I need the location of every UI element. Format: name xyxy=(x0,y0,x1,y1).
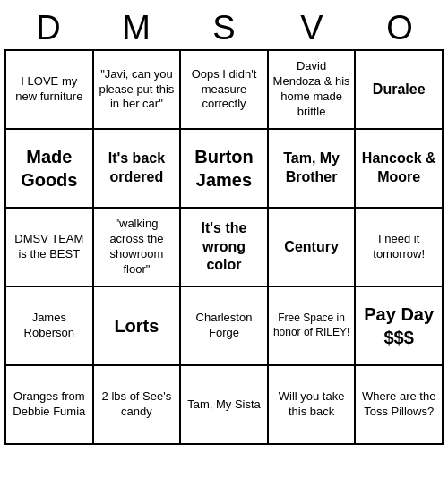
bingo-cell: 2 lbs of See's candy xyxy=(94,366,182,445)
cell-text: Oops I didn't measure correctly xyxy=(185,67,263,113)
cell-text: Free Space in honor of RILEY! xyxy=(272,312,351,339)
bingo-cell: Tam, My Sista xyxy=(181,366,269,445)
bingo-cell: "walking across the showroom floor" xyxy=(94,209,182,287)
header-letter: M xyxy=(92,7,180,49)
cell-text: I need it tomorrow! xyxy=(359,232,438,262)
bingo-cell: DMSV TEAM is the BEST xyxy=(6,209,94,287)
cell-text: Hancock & Moore xyxy=(359,150,438,187)
cell-text: DMSV TEAM is the BEST xyxy=(10,232,89,262)
bingo-cell: Where are the Toss Pillows? xyxy=(356,366,444,445)
cell-text: "Javi, can you please put this in her ca… xyxy=(98,67,177,113)
bingo-cell: It's back ordered xyxy=(94,130,182,209)
header-letter: O xyxy=(356,7,444,49)
bingo-grid: I LOVE my new furniture"Javi, can you pl… xyxy=(4,49,444,445)
cell-text: I LOVE my new furniture xyxy=(10,74,89,105)
cell-text: Will you take this back xyxy=(272,389,351,420)
header-letter: V xyxy=(268,7,356,49)
bingo-cell: "Javi, can you please put this in her ca… xyxy=(94,51,182,130)
cell-text: Oranges from Debbie Fumia xyxy=(10,389,89,420)
bingo-cell: Duralee xyxy=(356,51,444,130)
bingo-cell: Oops I didn't measure correctly xyxy=(181,51,269,130)
cell-text: It's back ordered xyxy=(98,150,177,187)
header-row: DMSVO xyxy=(4,7,444,49)
cell-text: Pay Day $$$ xyxy=(359,303,438,349)
bingo-card: DMSVO I LOVE my new furniture"Javi, can … xyxy=(4,7,444,445)
cell-text: Charleston Forge xyxy=(185,311,263,341)
bingo-cell: I LOVE my new furniture xyxy=(6,51,94,130)
cell-text: Tam, My Brother xyxy=(272,150,351,187)
cell-text: Tam, My Sista xyxy=(185,397,263,413)
bingo-cell: James Roberson xyxy=(6,287,94,366)
cell-text: "walking across the showroom floor" xyxy=(98,217,177,278)
header-letter: D xyxy=(4,7,92,49)
bingo-cell: David Mendoza & his home made brittle xyxy=(269,51,357,130)
cell-text: David Mendoza & his home made brittle xyxy=(272,59,351,120)
cell-text: Where are the Toss Pillows? xyxy=(359,389,438,420)
bingo-cell: Pay Day $$$ xyxy=(356,287,444,366)
cell-text: 2 lbs of See's candy xyxy=(98,389,177,420)
cell-text: Made Goods xyxy=(10,145,89,192)
bingo-cell: Lorts xyxy=(94,287,182,366)
bingo-cell: Oranges from Debbie Fumia xyxy=(6,366,94,445)
bingo-cell: Tam, My Brother xyxy=(269,130,357,209)
cell-text: Lorts xyxy=(98,314,177,337)
bingo-cell: Made Goods xyxy=(6,130,94,209)
bingo-cell: Will you take this back xyxy=(269,366,357,445)
bingo-cell: I need it tomorrow! xyxy=(356,209,444,287)
cell-text: Burton James xyxy=(185,145,263,192)
bingo-cell: Charleston Forge xyxy=(181,287,269,366)
cell-text: Duralee xyxy=(359,81,438,99)
bingo-cell: Free Space in honor of RILEY! xyxy=(269,287,357,366)
header-letter: S xyxy=(180,7,268,49)
cell-text: It's the wrong color xyxy=(185,219,263,275)
bingo-cell: Hancock & Moore xyxy=(356,130,444,209)
bingo-cell: It's the wrong color xyxy=(181,209,269,287)
bingo-cell: Burton James xyxy=(181,130,269,209)
bingo-cell: Century xyxy=(269,209,357,287)
cell-text: James Roberson xyxy=(10,311,89,341)
cell-text: Century xyxy=(272,238,351,257)
